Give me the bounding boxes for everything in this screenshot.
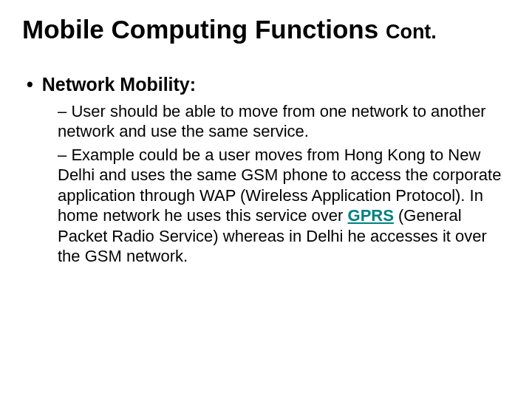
gprs-link[interactable]: GPRS: [348, 206, 394, 225]
bullet-marker: •: [27, 72, 33, 97]
slide-title: Mobile Computing Functions Cont.: [22, 15, 510, 44]
sub-bullets: – User should be able to move from one n…: [22, 101, 510, 267]
dash-marker: –: [58, 102, 66, 120]
sub-item-1: – User should be able to move from one n…: [58, 101, 510, 142]
bullet-label: Network Mobility:: [42, 72, 196, 97]
sub-item-1-text: User should be able to move from one net…: [58, 102, 486, 141]
sub-item-2: – Example could be a user moves from Hon…: [58, 145, 510, 267]
bullet-level1: • Network Mobility:: [22, 72, 510, 97]
title-main: Mobile Computing Functions: [22, 15, 386, 44]
dash-marker: –: [58, 146, 66, 164]
title-cont: Cont.: [386, 21, 437, 43]
